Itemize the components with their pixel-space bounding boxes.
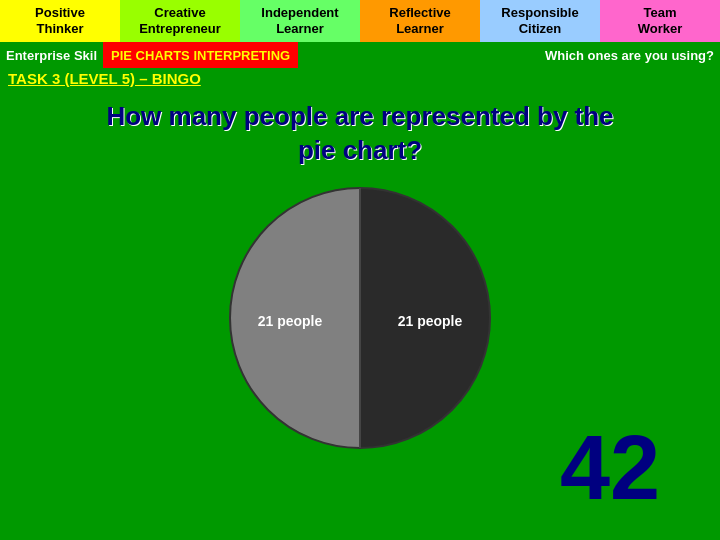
nav-positive-thinker-label: PositiveThinker [35, 5, 85, 36]
banner-row: Enterprise Skil PIE CHARTS INTERPRETING … [0, 42, 720, 68]
nav-reflective-learner[interactable]: ReflectiveLearner [360, 0, 480, 42]
nav-independent-learner-label: IndependentLearner [261, 5, 338, 36]
main-content: How many people are represented by the p… [0, 92, 720, 458]
nav-reflective-learner-label: ReflectiveLearner [389, 5, 450, 36]
answer-display: 42 [560, 417, 660, 520]
nav-creative-entrepreneur-label: CreativeEntrepreneur [139, 5, 221, 36]
enterprise-label: Enterprise Skil [0, 42, 103, 68]
question-text: How many people are represented by the p… [106, 100, 613, 168]
nav-independent-learner[interactable]: IndependentLearner [240, 0, 360, 42]
nav-creative-entrepreneur[interactable]: CreativeEntrepreneur [120, 0, 240, 42]
task-label: TASK 3 (LEVEL 5) – BINGO [8, 70, 201, 87]
task-row: TASK 3 (LEVEL 5) – BINGO [0, 68, 720, 92]
nav-responsible-citizen-label: ResponsibleCitizen [501, 5, 578, 36]
svg-text:21 people: 21 people [398, 313, 463, 329]
nav-team-worker-label: TeamWorker [638, 5, 683, 36]
pie-chart-container: 21 people 21 people [220, 178, 500, 458]
pie-charts-button[interactable]: PIE CHARTS INTERPRETING [103, 42, 298, 68]
nav-responsible-citizen[interactable]: ResponsibleCitizen [480, 0, 600, 42]
nav-team-worker[interactable]: TeamWorker [600, 0, 720, 42]
nav-positive-thinker[interactable]: PositiveThinker [0, 0, 120, 42]
which-ones-label: Which ones are you using? [539, 42, 720, 68]
top-nav: PositiveThinker CreativeEntrepreneur Ind… [0, 0, 720, 42]
pie-chart-svg: 21 people 21 people [220, 178, 500, 458]
svg-text:21 people: 21 people [258, 313, 323, 329]
